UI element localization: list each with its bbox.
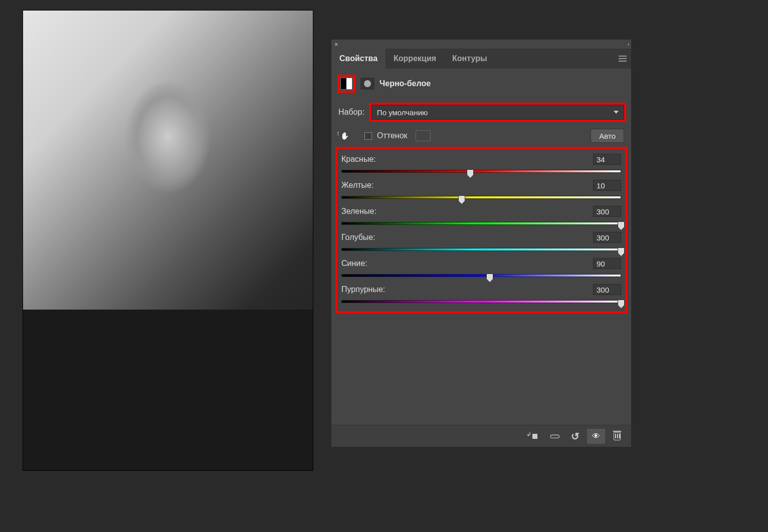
- preset-value: По умолчанию: [377, 108, 428, 117]
- layer-mask-icon[interactable]: [360, 78, 374, 90]
- clip-to-layer-icon[interactable]: [524, 429, 542, 444]
- slider-greens-value[interactable]: [593, 206, 621, 217]
- slider-magentas-label: Пурпурные:: [341, 285, 385, 294]
- preset-row: Набор: По умолчанию: [331, 100, 631, 125]
- chevron-down-icon: [614, 111, 619, 114]
- slider-reds-label: Красные:: [341, 155, 376, 164]
- panel-menu-icon[interactable]: [614, 56, 631, 62]
- slider-reds-value[interactable]: [593, 154, 621, 165]
- tint-label: Оттенок: [377, 131, 408, 140]
- slider-blues-track[interactable]: [341, 272, 621, 279]
- panel-tabs: Свойства Коррекция Контуры: [331, 49, 631, 69]
- slider-reds: Красные:: [339, 151, 623, 177]
- slider-magentas: Пурпурные:: [339, 281, 623, 307]
- slider-blues-label: Синие:: [341, 259, 367, 268]
- highlight-preset: По умолчанию: [369, 103, 626, 122]
- targeted-adjust-icon[interactable]: [338, 130, 350, 142]
- panel-footer: [331, 425, 631, 447]
- slider-yellows-value[interactable]: [593, 180, 621, 191]
- tint-checkbox[interactable]: [364, 132, 372, 140]
- visibility-icon[interactable]: [587, 429, 605, 444]
- slider-magentas-value[interactable]: [593, 284, 621, 295]
- panel-titlebar: × ‹‹: [331, 40, 631, 49]
- slider-greens-label: Зеленые:: [341, 207, 376, 216]
- slider-blues-value[interactable]: [593, 258, 621, 269]
- slider-yellows-thumb[interactable]: [458, 195, 465, 201]
- trash-icon[interactable]: [608, 429, 626, 444]
- reset-icon[interactable]: [566, 429, 584, 444]
- collapse-panel-icon[interactable]: ‹‹: [628, 41, 628, 47]
- tint-row: Оттенок Авто: [331, 125, 631, 145]
- slider-cyans-track[interactable]: [341, 246, 621, 253]
- preset-dropdown[interactable]: По умолчанию: [371, 105, 624, 120]
- properties-panel: × ‹‹ Свойства Коррекция Контуры Черно-бе…: [331, 39, 632, 447]
- document-canvas[interactable]: [23, 10, 313, 471]
- slider-yellows-label: Желтые:: [341, 181, 373, 190]
- slider-blues-thumb[interactable]: [486, 274, 493, 280]
- slider-cyans: Голубые:: [339, 229, 623, 255]
- view-previous-icon[interactable]: [545, 429, 563, 444]
- close-icon[interactable]: ×: [334, 41, 338, 48]
- bw-adjustment-icon[interactable]: [340, 78, 352, 90]
- slider-reds-thumb[interactable]: [467, 169, 474, 175]
- tint-color-swatch[interactable]: [416, 130, 431, 141]
- preset-label: Набор:: [338, 108, 364, 117]
- slider-cyans-label: Голубые:: [341, 233, 375, 242]
- tab-paths[interactable]: Контуры: [444, 49, 495, 69]
- slider-cyans-value[interactable]: [593, 232, 621, 243]
- slider-cyans-thumb[interactable]: [618, 247, 625, 253]
- slider-reds-track[interactable]: [341, 168, 621, 175]
- adjustment-header: Черно-белое: [331, 69, 631, 100]
- tab-adjustments[interactable]: Коррекция: [386, 49, 444, 69]
- adjustment-name: Черно-белое: [379, 79, 431, 88]
- slider-magentas-thumb[interactable]: [618, 300, 625, 306]
- slider-greens-thumb[interactable]: [618, 221, 625, 227]
- slider-yellows-track[interactable]: [341, 194, 621, 201]
- slider-blues: Синие:: [339, 255, 623, 281]
- slider-greens-track[interactable]: [341, 220, 621, 227]
- auto-button[interactable]: Авто: [591, 129, 624, 143]
- tab-properties[interactable]: Свойства: [331, 49, 386, 69]
- highlight-adjustment-icon: [337, 75, 355, 93]
- slider-magentas-track[interactable]: [341, 298, 621, 305]
- slider-greens: Зеленые:: [339, 203, 623, 229]
- highlight-sliders: Красные: Желтые: Зеленые:: [335, 147, 627, 313]
- slider-yellows: Желтые:: [339, 177, 623, 203]
